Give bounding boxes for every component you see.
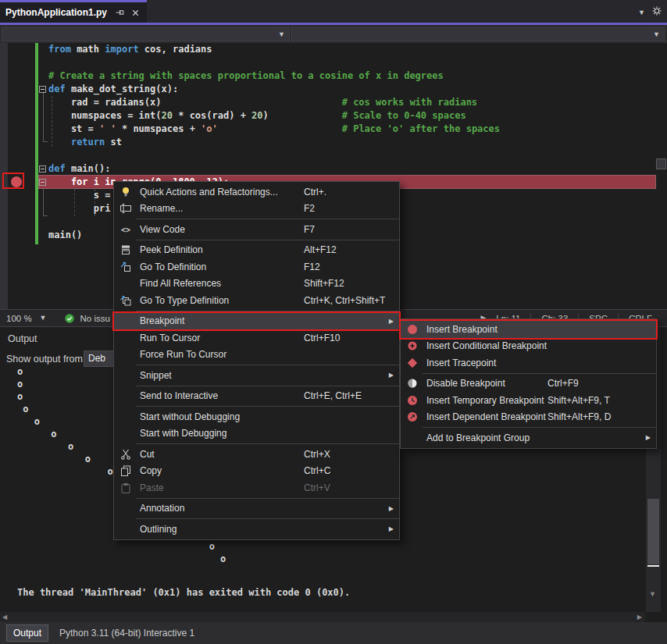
menu-item-shortcut: Shift+Alt+F9, D — [548, 411, 611, 422]
editor-context-menu: Quick Actions and Refactorings...Ctrl+.R… — [113, 181, 400, 540]
menu-item-shortcut: Shift+Alt+F9, T — [548, 395, 610, 406]
menu-item-find-all-references[interactable]: Find All ReferencesShift+F12 — [114, 276, 399, 293]
panel-tab-bar: Output Python 3.11 (64-bit) Interactive … — [0, 622, 667, 644]
code-line[interactable]: def main(): — [48, 162, 110, 176]
menu-item-insert-dependent-breakpoint[interactable]: Insert Dependent BreakpointShift+Alt+F9,… — [401, 409, 656, 426]
menu-item-shortcut: F7 — [304, 224, 315, 235]
paste-icon — [118, 482, 134, 494]
code-line[interactable]: st = ' ' * numspaces + 'o' # Place 'o' a… — [48, 123, 500, 136]
chevron-down-icon[interactable]: ▼ — [40, 315, 47, 322]
menu-item-label: Insert Dependent Breakpoint — [426, 411, 546, 422]
document-tab-bar: PythonApplication1.py ▼ — [0, 0, 667, 23]
conditional-breakpoint-icon — [405, 340, 420, 352]
fold-collapse-marker[interactable] — [39, 165, 46, 173]
change-tracking-bar — [35, 43, 38, 244]
output-horizontal-scrollbar[interactable]: ◀ ▶ — [0, 612, 645, 623]
menu-item-go-to-definition[interactable]: Go To DefinitionF12 — [114, 258, 399, 276]
menu-item-label: Breakpoint — [140, 315, 184, 326]
menu-item-go-to-type-definition[interactable]: Go To Type DefinitionCtrl+K, Ctrl+Shift+… — [114, 292, 399, 309]
submenu-arrow-icon: ▶ — [646, 435, 651, 441]
menu-item-send-to-interactive[interactable]: Send to InteractiveCtrl+E, Ctrl+E — [114, 388, 399, 405]
pin-icon[interactable] — [113, 6, 126, 19]
tab-pythonapplication1[interactable]: PythonApplication1.py — [0, 0, 147, 23]
menu-item-shortcut: Ctrl+X — [304, 449, 330, 460]
window-dropdown-icon[interactable]: ▼ — [638, 9, 645, 16]
menu-item-insert-breakpoint[interactable]: Insert Breakpoint — [401, 321, 656, 338]
disable-breakpoint-icon — [405, 377, 420, 390]
peek-definition-icon — [118, 244, 134, 256]
menu-item-annotation[interactable]: Annotation▶ — [114, 500, 399, 518]
code-line[interactable]: def make_dot_string(x): — [48, 83, 178, 96]
fold-collapse-marker[interactable] — [39, 179, 46, 186]
submenu-arrow-icon: ▶ — [389, 372, 394, 379]
copy-icon — [118, 464, 134, 477]
menu-separator — [136, 498, 399, 499]
menu-item-cut[interactable]: CutCtrl+X — [114, 446, 399, 463]
menu-item-shortcut: Alt+F12 — [304, 244, 337, 255]
menu-item-shortcut: Ctrl+F10 — [304, 333, 340, 343]
project-dropdown[interactable]: ▼ — [2, 27, 290, 41]
issues-status: No issu — [80, 314, 110, 323]
scroll-down-icon[interactable]: ▼ — [649, 591, 656, 598]
code-line[interactable]: # Create a string with spaces proportion… — [48, 69, 444, 83]
scroll-right-icon[interactable]: ▶ — [637, 614, 642, 621]
menu-item-label: Start with Debugging — [140, 428, 226, 439]
close-icon[interactable] — [129, 6, 141, 19]
menu-item-label: Insert Breakpoint — [426, 324, 498, 335]
menu-item-label: Peek Definition — [140, 244, 203, 255]
outline-line — [43, 184, 44, 215]
scroll-left-icon[interactable]: ◀ — [2, 614, 7, 621]
gear-icon[interactable] — [651, 5, 662, 20]
menu-item-run-to-cursor[interactable]: Run To CursorCtrl+F10 — [114, 329, 399, 347]
menu-item-disable-breakpoint[interactable]: Disable BreakpointCtrl+F9 — [401, 375, 656, 393]
menu-item-label: Go To Type Definition — [140, 295, 229, 306]
fold-collapse-marker[interactable] — [39, 86, 46, 93]
menu-item-breakpoint[interactable]: Breakpoint▶ — [114, 313, 399, 330]
scrollbar-thumb[interactable] — [647, 499, 659, 564]
rename-icon — [118, 202, 134, 215]
menu-item-snippet[interactable]: Snippet▶ — [114, 367, 399, 384]
code-line[interactable]: from math import cos, radians — [48, 43, 212, 56]
menu-separator — [136, 311, 399, 311]
cut-icon — [118, 448, 134, 461]
menu-item-insert-temporary-breakpoint[interactable]: Insert Temporary BreakpointShift+Alt+F9,… — [401, 392, 656, 409]
menu-item-view-code[interactable]: <>View CodeF7 — [114, 221, 399, 238]
menu-item-outlining[interactable]: Outlining▶ — [114, 521, 399, 538]
menu-item-insert-conditional-breakpoint[interactable]: Insert Conditional Breakpoint — [401, 338, 656, 355]
dependent-breakpoint-icon — [405, 411, 420, 423]
menu-item-rename[interactable]: Rename...F2 — [114, 201, 399, 218]
menu-separator — [136, 240, 399, 240]
go-to-type-definition-icon — [118, 294, 134, 307]
code-line[interactable]: s = — [48, 189, 110, 202]
code-line[interactable]: main() — [48, 229, 82, 242]
menu-item-insert-tracepoint[interactable]: Insert Tracepoint — [401, 354, 656, 372]
menu-item-force-run-to-cursor[interactable]: Force Run To Cursor — [114, 347, 399, 364]
tab-python-interactive[interactable]: Python 3.11 (64-bit) Interactive 1 — [59, 624, 194, 642]
output-source-dropdown[interactable]: Deb — [84, 350, 116, 367]
menu-item-shortcut: Ctrl+E, Ctrl+E — [304, 390, 362, 401]
submenu-arrow-icon: ▶ — [389, 506, 394, 512]
menu-item-label: Snippet — [140, 370, 172, 381]
menu-item-start-with-debugging[interactable]: Start with Debugging — [114, 425, 399, 443]
chevron-down-icon: ▼ — [278, 31, 285, 38]
code-line[interactable]: numspaces = int(20 * cos(rad) + 20) # Sc… — [48, 109, 466, 123]
menu-item-label: Annotation — [140, 503, 184, 514]
menu-item-start-without-debugging[interactable]: Start without Debugging — [114, 408, 399, 425]
navigation-bar: ▼ ▼ — [0, 25, 667, 43]
menu-item-label: Start without Debugging — [140, 411, 240, 422]
member-dropdown[interactable]: ▼ — [291, 27, 665, 41]
menu-item-quick-actions-and-refactorings[interactable]: Quick Actions and Refactorings...Ctrl+. — [114, 183, 399, 201]
zoom-level[interactable]: 100 % — [6, 314, 32, 323]
menu-item-add-to-breakpoint-group[interactable]: Add to Breakpoint Group▶ — [401, 429, 656, 447]
editor-scrollbar-thumb[interactable] — [656, 158, 666, 169]
menu-item-shortcut: Ctrl+. — [304, 187, 326, 197]
menu-item-shortcut: Ctrl+C — [304, 465, 330, 476]
menu-item-paste[interactable]: PasteCtrl+V — [114, 479, 399, 496]
code-line[interactable]: pri — [48, 202, 110, 215]
tab-output[interactable]: Output — [6, 624, 48, 642]
menu-item-peek-definition[interactable]: Peek DefinitionAlt+F12 — [114, 242, 399, 259]
menu-item-copy[interactable]: CopyCtrl+C — [114, 463, 399, 480]
code-line[interactable]: return st — [48, 136, 122, 149]
menu-separator — [136, 365, 399, 365]
code-line[interactable]: rad = radians(x) # cos works with radian… — [48, 96, 477, 109]
